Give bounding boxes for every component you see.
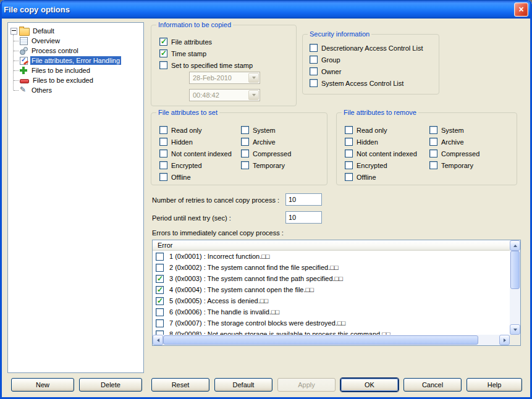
error-column-header[interactable]: Error xyxy=(153,240,510,251)
checkbox-remove-system[interactable]: System xyxy=(429,126,464,134)
period-input[interactable] xyxy=(285,211,322,224)
checkbox-owner[interactable]: Owner xyxy=(310,67,341,75)
checkbox[interactable] xyxy=(156,275,164,283)
checkbox-set-temporary[interactable]: Temporary xyxy=(241,161,285,169)
checkbox-label: Temporary xyxy=(441,162,473,169)
tree-item-default[interactable]: Default xyxy=(8,26,143,36)
error-row[interactable]: 3 (0x0003) : The system cannot find the … xyxy=(153,273,510,284)
reset-button[interactable]: Reset xyxy=(151,378,209,392)
help-button[interactable]: Help xyxy=(467,378,522,392)
checkbox-remove-read-only[interactable]: Read only xyxy=(345,126,387,134)
cancel-button[interactable]: Cancel xyxy=(403,378,462,392)
checkbox[interactable] xyxy=(310,56,318,64)
delete-button[interactable]: Delete xyxy=(79,378,142,392)
checkbox-remove-hidden[interactable]: Hidden xyxy=(345,138,378,146)
error-row[interactable]: 4 (0x0004) : The system cannot open the … xyxy=(153,284,510,295)
error-row[interactable]: 2 (0x0002) : The system cannot find the … xyxy=(153,262,510,273)
tree-item-process-control[interactable]: Process control xyxy=(8,46,143,56)
settings-tree[interactable]: Default Overview Process control File at… xyxy=(7,22,144,373)
checkbox[interactable] xyxy=(345,138,353,146)
close-button[interactable]: × xyxy=(514,2,528,17)
error-row[interactable]: 5 (0x0005) : Access is denied.□□ xyxy=(153,295,510,306)
checkbox-set-compressed[interactable]: Compressed xyxy=(241,149,291,158)
horizontal-scrollbar-thumb[interactable] xyxy=(163,335,478,345)
checkbox-remove-archive[interactable]: Archive xyxy=(429,138,464,146)
checkbox-set-offline[interactable]: Offline xyxy=(159,173,191,181)
collapse-icon[interactable] xyxy=(11,28,17,35)
checkbox[interactable] xyxy=(159,49,167,57)
checkbox[interactable] xyxy=(159,161,167,169)
retries-label: Number of retries to cancel copy process… xyxy=(152,196,279,204)
tree-item-others[interactable]: Others xyxy=(8,85,143,95)
checkbox-remove-temporary[interactable]: Temporary xyxy=(429,161,473,169)
checkbox-set-archive[interactable]: Archive xyxy=(241,138,276,146)
checkbox[interactable] xyxy=(159,138,167,146)
checkbox[interactable] xyxy=(156,297,164,305)
scroll-right-button[interactable] xyxy=(499,335,510,345)
tree-children: Overview Process control File attributes… xyxy=(8,36,143,95)
tree-item-files-excluded[interactable]: Files to be excluded xyxy=(8,75,143,85)
checkbox[interactable] xyxy=(310,79,318,87)
checkbox[interactable] xyxy=(156,308,164,316)
checkbox[interactable] xyxy=(156,330,164,335)
default-button[interactable]: Default xyxy=(214,378,272,392)
checkbox-remove-not-content-indexed[interactable]: Not content indexed xyxy=(345,149,417,158)
checkbox[interactable] xyxy=(241,138,249,146)
checkbox-set-not-content-indexed[interactable]: Not content indexed xyxy=(159,149,232,158)
checkbox-remove-compressed[interactable]: Compressed xyxy=(429,149,479,158)
checkbox[interactable] xyxy=(429,149,437,158)
scroll-up-button[interactable] xyxy=(510,240,520,251)
checkbox-remove-encrypted[interactable]: Encrypted xyxy=(345,161,387,169)
new-button[interactable]: New xyxy=(11,378,74,392)
checkbox[interactable] xyxy=(429,161,437,169)
checkbox[interactable] xyxy=(159,126,167,134)
error-row[interactable]: 6 (0x0006) : The handle is invalid.□□ xyxy=(153,306,510,317)
vertical-scrollbar-thumb[interactable] xyxy=(510,251,520,289)
scroll-down-button[interactable] xyxy=(510,324,520,335)
checkbox[interactable] xyxy=(345,161,353,169)
ok-button[interactable]: OK xyxy=(340,378,399,392)
folder-icon xyxy=(19,28,30,36)
scroll-left-button[interactable] xyxy=(153,335,163,345)
errors-list[interactable]: Error 1 (0x0001) : Incorrect function.□□… xyxy=(152,240,521,346)
checkbox-group[interactable]: Group xyxy=(310,56,340,64)
checkbox[interactable] xyxy=(345,149,353,158)
tree-item-overview[interactable]: Overview xyxy=(8,36,143,46)
horizontal-scrollbar[interactable] xyxy=(153,335,510,345)
vertical-scrollbar[interactable] xyxy=(510,240,520,335)
checkbox[interactable] xyxy=(156,319,164,327)
checkbox[interactable] xyxy=(159,173,167,181)
checkbox[interactable] xyxy=(159,149,167,158)
checkbox[interactable] xyxy=(241,126,249,134)
checkbox[interactable] xyxy=(241,149,249,158)
checkbox[interactable] xyxy=(345,173,353,181)
checkbox-sacl[interactable]: System Access Control List xyxy=(310,79,403,87)
error-row[interactable]: 8 (0x0008) : Not enough storage is avail… xyxy=(153,329,510,335)
checkbox[interactable] xyxy=(156,286,164,294)
retries-input[interactable] xyxy=(285,193,322,206)
title-bar[interactable]: File copy options × xyxy=(0,0,532,19)
checkbox-set-hidden[interactable]: Hidden xyxy=(159,138,193,146)
checkbox-set-system[interactable]: System xyxy=(241,126,276,134)
checkbox-set-specified-time-stamp[interactable]: Set to specified time stamp xyxy=(159,61,253,69)
checkbox[interactable] xyxy=(310,67,318,75)
checkbox[interactable] xyxy=(159,61,167,69)
checkbox[interactable] xyxy=(156,253,164,261)
checkbox[interactable] xyxy=(310,44,318,52)
error-row[interactable]: 1 (0x0001) : Incorrect function.□□ xyxy=(153,251,510,262)
checkbox[interactable] xyxy=(429,126,437,134)
tree-item-files-included[interactable]: Files to be included xyxy=(8,65,143,75)
checkbox-set-read-only[interactable]: Read only xyxy=(159,126,202,134)
checkbox[interactable] xyxy=(159,38,167,46)
checkbox-set-encrypted[interactable]: Encrypted xyxy=(159,161,202,169)
checkbox-file-attributes[interactable]: File attributes xyxy=(159,38,212,46)
tree-item-file-attributes[interactable]: File attributes, Error Handling xyxy=(8,56,143,65)
checkbox[interactable] xyxy=(345,126,353,134)
checkbox-remove-offline[interactable]: Offline xyxy=(345,173,376,181)
checkbox-time-stamp[interactable]: Time stamp xyxy=(159,49,206,57)
checkbox[interactable] xyxy=(429,138,437,146)
error-row[interactable]: 7 (0x0007) : The storage control blocks … xyxy=(153,317,510,329)
checkbox[interactable] xyxy=(156,264,164,272)
checkbox[interactable] xyxy=(241,161,249,169)
checkbox-dacl[interactable]: Descretionary Access Control List xyxy=(310,44,423,52)
